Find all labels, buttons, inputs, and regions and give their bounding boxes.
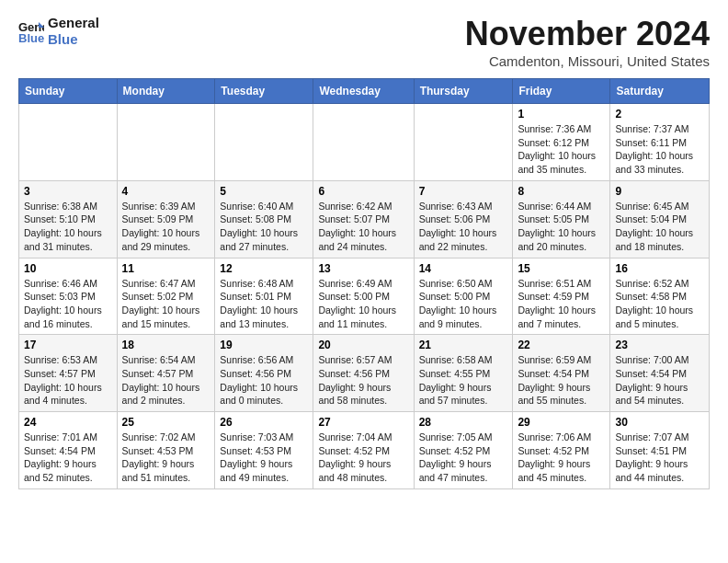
day-info: Sunrise: 6:56 AM Sunset: 4:56 PM Dayligh… [220,353,308,408]
day-number: 30 [615,416,704,429]
day-info: Sunrise: 6:53 AM Sunset: 4:57 PM Dayligh… [24,353,112,408]
day-number: 19 [220,339,308,351]
day-cell [215,104,313,181]
day-number: 17 [24,339,112,351]
day-cell: 26Sunrise: 7:03 AM Sunset: 4:53 PM Dayli… [215,412,313,489]
location-title: Camdenton, Missouri, United States [465,53,710,69]
day-cell: 7Sunrise: 6:43 AM Sunset: 5:06 PM Daylig… [414,180,513,258]
day-info: Sunrise: 7:36 AM Sunset: 6:12 PM Dayligh… [518,122,605,177]
day-cell: 14Sunrise: 6:50 AM Sunset: 5:00 PM Dayli… [414,258,513,335]
day-info: Sunrise: 7:03 AM Sunset: 4:53 PM Dayligh… [220,431,308,485]
day-info: Sunrise: 6:48 AM Sunset: 5:01 PM Dayligh… [220,277,308,331]
day-number: 25 [122,416,210,429]
day-info: Sunrise: 7:01 AM Sunset: 4:54 PM Dayligh… [24,431,112,485]
day-number: 27 [318,416,408,429]
day-number: 20 [318,339,408,351]
day-info: Sunrise: 6:44 AM Sunset: 5:05 PM Dayligh… [518,200,605,254]
col-header-sunday: Sunday [19,79,118,104]
day-cell: 24Sunrise: 7:01 AM Sunset: 4:54 PM Dayli… [19,412,118,489]
day-cell [414,104,513,181]
day-number: 2 [615,108,704,121]
day-info: Sunrise: 7:05 AM Sunset: 4:52 PM Dayligh… [419,431,508,485]
day-cell: 1Sunrise: 7:36 AM Sunset: 6:12 PM Daylig… [513,104,610,181]
day-cell: 27Sunrise: 7:04 AM Sunset: 4:52 PM Dayli… [313,412,414,489]
day-info: Sunrise: 7:37 AM Sunset: 6:11 PM Dayligh… [615,122,704,177]
day-info: Sunrise: 6:38 AM Sunset: 5:10 PM Dayligh… [24,200,112,254]
day-number: 13 [318,262,408,275]
week-row-4: 17Sunrise: 6:53 AM Sunset: 4:57 PM Dayli… [19,335,710,412]
logo-line2: Blue [48,31,99,48]
logo-icon: General Blue [18,18,44,44]
day-info: Sunrise: 6:42 AM Sunset: 5:07 PM Dayligh… [318,200,408,254]
col-header-tuesday: Tuesday [215,79,313,104]
day-number: 11 [122,262,210,275]
day-info: Sunrise: 6:58 AM Sunset: 4:55 PM Dayligh… [419,353,508,408]
day-info: Sunrise: 6:47 AM Sunset: 5:02 PM Dayligh… [122,277,210,331]
col-header-wednesday: Wednesday [313,79,414,104]
day-cell: 19Sunrise: 6:56 AM Sunset: 4:56 PM Dayli… [215,335,313,412]
day-info: Sunrise: 7:02 AM Sunset: 4:53 PM Dayligh… [122,431,210,485]
day-cell: 5Sunrise: 6:40 AM Sunset: 5:08 PM Daylig… [215,180,313,258]
day-cell: 8Sunrise: 6:44 AM Sunset: 5:05 PM Daylig… [513,180,610,258]
day-cell: 20Sunrise: 6:57 AM Sunset: 4:56 PM Dayli… [313,335,414,412]
day-number: 7 [419,185,508,198]
week-row-1: 1Sunrise: 7:36 AM Sunset: 6:12 PM Daylig… [19,104,710,181]
day-cell: 23Sunrise: 7:00 AM Sunset: 4:54 PM Dayli… [610,335,710,412]
day-cell: 15Sunrise: 6:51 AM Sunset: 4:59 PM Dayli… [513,258,610,335]
day-number: 23 [615,339,704,351]
day-number: 6 [318,185,408,198]
day-info: Sunrise: 7:06 AM Sunset: 4:52 PM Dayligh… [518,431,605,485]
header: General Blue General Blue November 2024 … [18,15,710,69]
week-row-5: 24Sunrise: 7:01 AM Sunset: 4:54 PM Dayli… [19,412,710,489]
day-cell [313,104,414,181]
day-cell: 25Sunrise: 7:02 AM Sunset: 4:53 PM Dayli… [117,412,215,489]
day-cell: 28Sunrise: 7:05 AM Sunset: 4:52 PM Dayli… [414,412,513,489]
day-info: Sunrise: 6:51 AM Sunset: 4:59 PM Dayligh… [518,277,605,331]
day-info: Sunrise: 6:43 AM Sunset: 5:06 PM Dayligh… [419,200,508,254]
day-info: Sunrise: 7:04 AM Sunset: 4:52 PM Dayligh… [318,431,408,485]
day-number: 12 [220,262,308,275]
day-number: 24 [24,416,112,429]
day-info: Sunrise: 6:59 AM Sunset: 4:54 PM Dayligh… [518,353,605,408]
day-cell: 11Sunrise: 6:47 AM Sunset: 5:02 PM Dayli… [117,258,215,335]
day-cell: 12Sunrise: 6:48 AM Sunset: 5:01 PM Dayli… [215,258,313,335]
col-header-monday: Monday [117,79,215,104]
day-info: Sunrise: 6:50 AM Sunset: 5:00 PM Dayligh… [419,277,508,331]
day-number: 28 [419,416,508,429]
day-info: Sunrise: 6:46 AM Sunset: 5:03 PM Dayligh… [24,277,112,331]
day-cell: 30Sunrise: 7:07 AM Sunset: 4:51 PM Dayli… [610,412,710,489]
day-number: 18 [122,339,210,351]
day-info: Sunrise: 6:40 AM Sunset: 5:08 PM Dayligh… [220,200,308,254]
day-cell: 3Sunrise: 6:38 AM Sunset: 5:10 PM Daylig… [19,180,118,258]
day-number: 3 [24,185,112,198]
day-cell: 2Sunrise: 7:37 AM Sunset: 6:11 PM Daylig… [610,104,710,181]
day-number: 1 [518,108,605,121]
day-info: Sunrise: 6:45 AM Sunset: 5:04 PM Dayligh… [615,200,704,254]
week-row-3: 10Sunrise: 6:46 AM Sunset: 5:03 PM Dayli… [19,258,710,335]
day-number: 10 [24,262,112,275]
day-number: 21 [419,339,508,351]
day-cell: 10Sunrise: 6:46 AM Sunset: 5:03 PM Dayli… [19,258,118,335]
week-row-2: 3Sunrise: 6:38 AM Sunset: 5:10 PM Daylig… [19,180,710,258]
day-info: Sunrise: 6:39 AM Sunset: 5:09 PM Dayligh… [122,200,210,254]
day-number: 9 [615,185,704,198]
col-header-thursday: Thursday [414,79,513,104]
day-cell: 6Sunrise: 6:42 AM Sunset: 5:07 PM Daylig… [313,180,414,258]
day-number: 29 [518,416,605,429]
calendar-table: SundayMondayTuesdayWednesdayThursdayFrid… [18,78,710,489]
title-area: November 2024 Camdenton, Missouri, Unite… [465,15,710,69]
day-cell: 9Sunrise: 6:45 AM Sunset: 5:04 PM Daylig… [610,180,710,258]
day-number: 5 [220,185,308,198]
day-cell: 17Sunrise: 6:53 AM Sunset: 4:57 PM Dayli… [19,335,118,412]
col-header-saturday: Saturday [610,79,710,104]
logo-line1: General [48,15,99,31]
logo: General Blue General Blue [18,15,99,48]
day-cell: 22Sunrise: 6:59 AM Sunset: 4:54 PM Dayli… [513,335,610,412]
day-number: 4 [122,185,210,198]
day-info: Sunrise: 6:52 AM Sunset: 4:58 PM Dayligh… [615,277,704,331]
day-info: Sunrise: 6:57 AM Sunset: 4:56 PM Dayligh… [318,353,408,408]
day-info: Sunrise: 7:00 AM Sunset: 4:54 PM Dayligh… [615,353,704,408]
day-number: 8 [518,185,605,198]
day-number: 14 [419,262,508,275]
day-info: Sunrise: 7:07 AM Sunset: 4:51 PM Dayligh… [615,431,704,485]
